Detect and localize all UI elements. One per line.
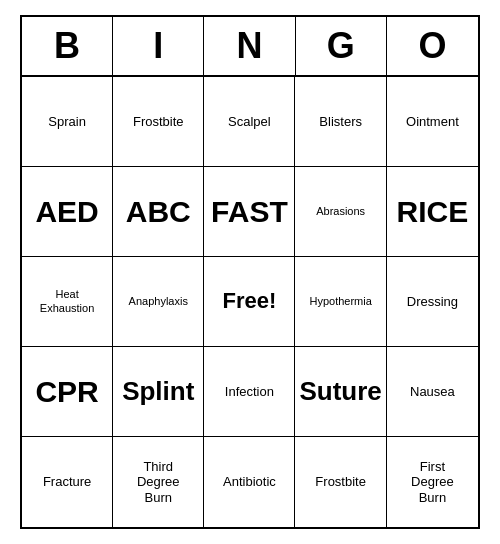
bingo-cell: Sprain: [22, 77, 113, 167]
bingo-cell: Suture: [295, 347, 386, 437]
bingo-cell: Fracture: [22, 437, 113, 527]
bingo-cell: Infection: [204, 347, 295, 437]
cell-text: FirstDegreeBurn: [411, 459, 454, 506]
cell-text: Splint: [122, 376, 194, 407]
bingo-cell: Antibiotic: [204, 437, 295, 527]
cell-text: Abrasions: [316, 205, 365, 218]
bingo-cell: HeatExhaustion: [22, 257, 113, 347]
cell-text: Free!: [223, 288, 277, 314]
cell-text: Anaphylaxis: [129, 295, 188, 308]
bingo-cell: FAST: [204, 167, 295, 257]
bingo-cell: CPR: [22, 347, 113, 437]
cell-text: Fracture: [43, 474, 91, 490]
cell-text: AED: [35, 194, 98, 230]
cell-text: Dressing: [407, 294, 458, 310]
cell-text: Infection: [225, 384, 274, 400]
cell-text: Ointment: [406, 114, 459, 130]
bingo-card: BINGO SprainFrostbiteScalpelBlistersOint…: [20, 15, 480, 529]
cell-text: ThirdDegreeBurn: [137, 459, 180, 506]
cell-text: Frostbite: [315, 474, 366, 490]
cell-text: CPR: [35, 374, 98, 410]
bingo-cell: Splint: [113, 347, 204, 437]
bingo-cell: Free!: [204, 257, 295, 347]
cell-text: Frostbite: [133, 114, 184, 130]
cell-text: Nausea: [410, 384, 455, 400]
header-letter: O: [387, 17, 478, 75]
bingo-cell: Blisters: [295, 77, 386, 167]
bingo-cell: Hypothermia: [295, 257, 386, 347]
cell-text: Sprain: [48, 114, 86, 130]
cell-text: Scalpel: [228, 114, 271, 130]
bingo-grid: SprainFrostbiteScalpelBlistersOintmentAE…: [22, 77, 478, 527]
bingo-cell: Ointment: [387, 77, 478, 167]
bingo-cell: Frostbite: [113, 77, 204, 167]
header-letter: G: [296, 17, 387, 75]
header-letter: B: [22, 17, 113, 75]
cell-text: HeatExhaustion: [40, 288, 94, 314]
bingo-cell: FirstDegreeBurn: [387, 437, 478, 527]
cell-text: FAST: [211, 194, 288, 230]
bingo-header: BINGO: [22, 17, 478, 77]
bingo-cell: AED: [22, 167, 113, 257]
cell-text: ABC: [126, 194, 191, 230]
bingo-cell: Frostbite: [295, 437, 386, 527]
bingo-cell: Nausea: [387, 347, 478, 437]
cell-text: Suture: [299, 376, 381, 407]
bingo-cell: ABC: [113, 167, 204, 257]
cell-text: Blisters: [319, 114, 362, 130]
bingo-cell: Dressing: [387, 257, 478, 347]
cell-text: Antibiotic: [223, 474, 276, 490]
bingo-cell: Abrasions: [295, 167, 386, 257]
header-letter: N: [204, 17, 295, 75]
bingo-cell: Scalpel: [204, 77, 295, 167]
bingo-cell: ThirdDegreeBurn: [113, 437, 204, 527]
bingo-cell: Anaphylaxis: [113, 257, 204, 347]
cell-text: RICE: [397, 194, 469, 230]
header-letter: I: [113, 17, 204, 75]
bingo-cell: RICE: [387, 167, 478, 257]
cell-text: Hypothermia: [309, 295, 371, 308]
